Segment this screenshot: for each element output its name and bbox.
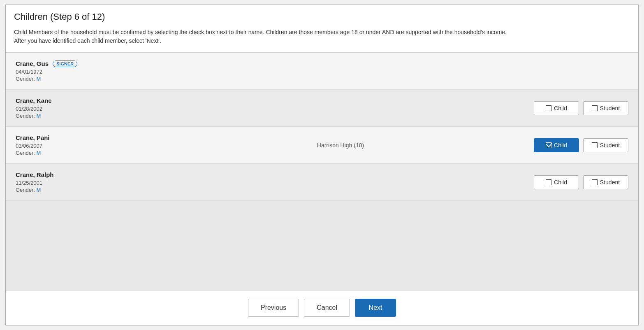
student-checkbox-icon xyxy=(592,105,598,111)
member-info: Crane, GusSIGNER04/01/1972Gender: M xyxy=(16,60,147,82)
child-checkbox-icon xyxy=(546,142,551,148)
child-checkbox-button[interactable]: Child xyxy=(534,138,579,152)
member-name: Crane, GusSIGNER xyxy=(16,60,147,67)
student-checkbox-button[interactable]: Student xyxy=(583,101,628,115)
member-gender: Gender: M xyxy=(16,150,147,156)
description-line1: Child Members of the household must be c… xyxy=(14,29,507,35)
child-checkbox-button[interactable]: Child xyxy=(534,101,579,115)
previous-button[interactable]: Previous xyxy=(248,299,299,317)
student-checkbox-icon xyxy=(592,179,598,185)
student-checkbox-button[interactable]: Student xyxy=(583,138,628,152)
members-area: Crane, GusSIGNER04/01/1972Gender: MCrane… xyxy=(6,52,638,290)
member-row: Crane, Kane01/28/2002Gender: MChildStude… xyxy=(6,90,638,127)
student-checkbox-icon xyxy=(592,142,598,148)
member-info: Crane, Ralph11/25/2001Gender: M xyxy=(16,171,147,193)
dialog-container: Children (Step 6 of 12) Child Members of… xyxy=(5,5,639,325)
member-dob: 03/06/2007 xyxy=(16,143,147,149)
next-button[interactable]: Next xyxy=(355,299,396,317)
member-school: Harrison High (10) xyxy=(147,142,534,149)
member-info: Crane, Kane01/28/2002Gender: M xyxy=(16,97,147,119)
member-actions: ChildStudent xyxy=(534,101,628,115)
page-title: Children (Step 6 of 12) xyxy=(14,12,630,22)
cancel-button[interactable]: Cancel xyxy=(304,299,350,317)
member-gender: Gender: M xyxy=(16,187,147,193)
member-dob: 11/25/2001 xyxy=(16,180,147,186)
signer-badge: SIGNER xyxy=(53,60,77,67)
member-info: Crane, Pani03/06/2007Gender: M xyxy=(16,134,147,156)
member-dob: 04/01/1972 xyxy=(16,69,147,75)
description: Child Members of the household must be c… xyxy=(14,28,630,45)
member-gender: Gender: M xyxy=(16,113,147,119)
child-checkbox-button[interactable]: Child xyxy=(534,175,579,189)
member-row: Crane, Ralph11/25/2001Gender: MChildStud… xyxy=(6,164,638,201)
member-row: Crane, Pani03/06/2007Gender: MHarrison H… xyxy=(6,127,638,164)
member-name: Crane, Pani xyxy=(16,134,147,141)
dialog-header: Children (Step 6 of 12) Child Members of… xyxy=(6,5,638,52)
child-checkbox-icon xyxy=(546,105,551,111)
dialog-footer: Previous Cancel Next xyxy=(6,290,638,325)
member-actions: ChildStudent xyxy=(534,138,628,152)
student-checkbox-button[interactable]: Student xyxy=(583,175,628,189)
member-name: Crane, Ralph xyxy=(16,171,147,178)
member-gender: Gender: M xyxy=(16,76,147,82)
description-line2: After you have identified each child mem… xyxy=(14,37,161,44)
member-dob: 01/28/2002 xyxy=(16,106,147,112)
member-actions: ChildStudent xyxy=(534,175,628,189)
member-name: Crane, Kane xyxy=(16,97,147,104)
member-row: Crane, GusSIGNER04/01/1972Gender: M xyxy=(6,53,638,90)
child-checkbox-icon xyxy=(546,179,551,185)
